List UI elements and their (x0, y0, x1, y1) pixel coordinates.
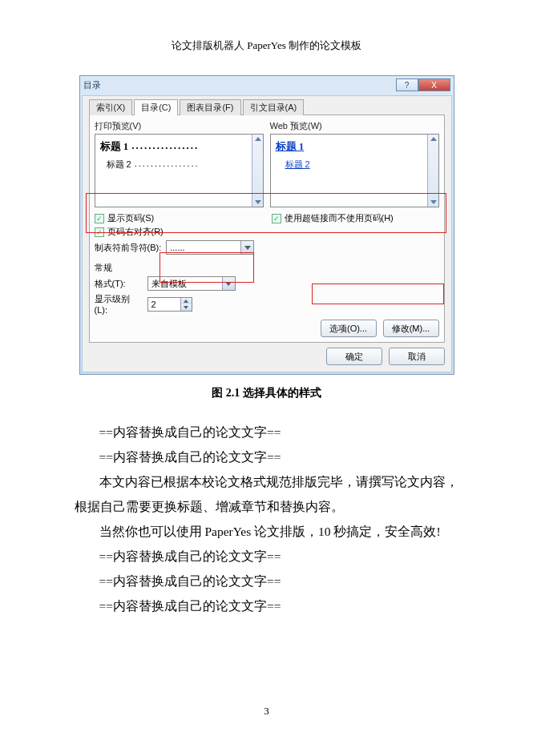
print-preview: 标题 1 ................ 1 标题 2 ...........… (95, 134, 264, 207)
para: ==内容替换成自己的论文文字== (75, 420, 459, 444)
tab-figures[interactable]: 图表目录(F) (180, 99, 240, 115)
leader-combo[interactable]: ...... (166, 240, 254, 255)
checkbox-show-page[interactable]: ✓ (95, 214, 104, 223)
web-preview: 标题 1 标题 2 (270, 134, 439, 207)
toc-heading-2: 标题 2 (107, 159, 131, 171)
general-label: 常规 (95, 262, 439, 274)
level-spinner[interactable]: 2 (147, 297, 192, 312)
spinner-icon[interactable] (180, 298, 192, 311)
tab-panel: 打印预览(V) 标题 1 ................ 1 标题 2 ...… (89, 115, 445, 343)
help-button[interactable]: ? (396, 78, 418, 91)
para: ==内容替换成自己的论文文字== (75, 444, 459, 469)
chevron-down-icon[interactable] (240, 241, 253, 254)
chevron-down-icon[interactable] (222, 277, 235, 290)
tab-index[interactable]: 索引(X) (89, 99, 133, 115)
ok-button[interactable]: 确定 (326, 348, 382, 365)
toc-dots: ................ (131, 139, 251, 154)
checkbox-hyperlink-label: 使用超链接而不使用页码(H) (285, 212, 394, 224)
toc-heading-1: 标题 1 (100, 139, 129, 154)
web-link-1[interactable]: 标题 1 (276, 140, 305, 152)
toc-dots-2: ................ (135, 159, 252, 171)
para: 本文内容已根据本校论文格式规范排版完毕，请撰写论文内容，根据自己需要更换标题、增… (75, 469, 459, 519)
leader-label: 制表符前导符(B): (95, 242, 162, 254)
level-label: 显示级别(L): (95, 293, 143, 315)
level-value: 2 (151, 300, 156, 309)
dialog-titlebar: 目录 ? X (80, 76, 454, 94)
para: ==内容替换成自己的论文文字== (75, 544, 459, 569)
checkbox-hyperlink[interactable]: ✓ (272, 214, 281, 223)
web-preview-label: Web 预览(W) (270, 120, 439, 132)
close-button[interactable]: X (418, 78, 450, 91)
scrollbar[interactable] (252, 135, 263, 207)
checkbox-show-page-label: 显示页码(S) (107, 212, 155, 224)
tab-strip: 索引(X) 目录(C) 图表目录(F) 引文目录(A) (89, 99, 445, 115)
body-text: ==内容替换成自己的论文文字== ==内容替换成自己的论文文字== 本文内容已根… (75, 420, 459, 618)
toc-dialog: 目录 ? X 索引(X) 目录(C) 图表目录(F) 引文目录(A) 打印预览(… (79, 75, 454, 375)
dialog-title: 目录 (83, 79, 101, 91)
figure-caption: 图 2.1 选择具体的样式 (0, 386, 533, 400)
para: ==内容替换成自己的论文文字== (75, 569, 459, 593)
cancel-button[interactable]: 取消 (389, 348, 445, 365)
para: 当然你也可以使用 PaperYes 论文排版，10 秒搞定，安全高效! (75, 519, 459, 544)
web-link-2[interactable]: 标题 2 (276, 159, 310, 171)
tab-toc[interactable]: 目录(C) (134, 99, 178, 115)
format-value: 来自模板 (151, 278, 187, 290)
leader-value: ...... (170, 243, 184, 252)
para: ==内容替换成自己的论文文字== (75, 593, 459, 618)
format-combo[interactable]: 来自模板 (147, 276, 236, 291)
format-label: 格式(T): (95, 278, 143, 290)
checkbox-right-align[interactable]: ✓ (95, 227, 104, 237)
page-number: 3 (0, 705, 533, 718)
page-header: 论文排版机器人 PaperYes 制作的论文模板 (0, 0, 533, 53)
tab-citations[interactable]: 引文目录(A) (243, 99, 305, 115)
options-button[interactable]: 选项(O)... (321, 320, 377, 337)
checkbox-right-align-label: 页码右对齐(R) (107, 226, 164, 238)
modify-button[interactable]: 修改(M)... (383, 320, 439, 337)
scrollbar-web[interactable] (427, 135, 438, 207)
print-preview-label: 打印预览(V) (95, 120, 264, 132)
